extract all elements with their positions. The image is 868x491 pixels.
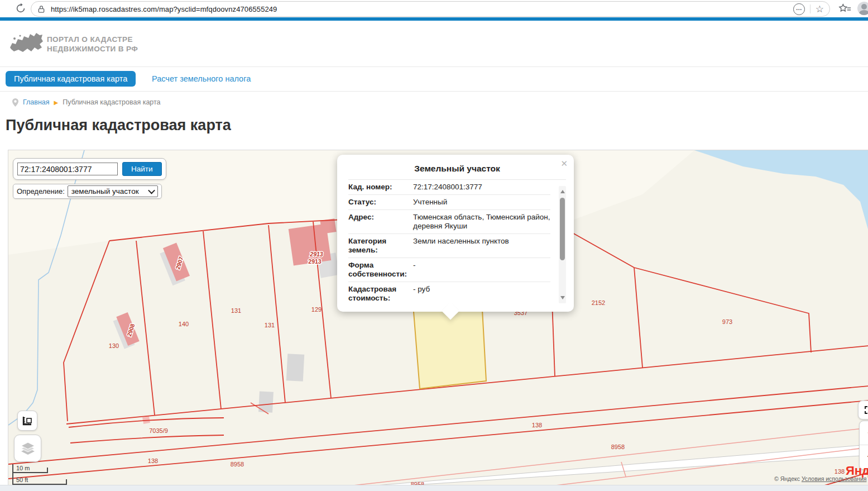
row-value: -: [413, 260, 550, 280]
tab-land-tax-calc[interactable]: Расчет земельного налога: [152, 71, 251, 87]
popup-row: Кадастровая стоимость: - руб: [348, 282, 550, 305]
divider: [810, 4, 811, 13]
popup-row: Форма собственности: -: [348, 258, 550, 282]
object-type-panel: Определение: земельный участок: [13, 184, 162, 199]
object-type-label: Определение:: [17, 187, 65, 196]
scroll-up-icon[interactable]: [560, 190, 565, 193]
profile-avatar[interactable]: [857, 2, 868, 15]
parcel-label: 140: [179, 321, 189, 327]
parcel-label: 129: [311, 306, 322, 313]
scale-feet-label: 50 ft: [16, 476, 28, 483]
chevron-down-icon: [148, 187, 155, 194]
site-title-line1: ПОРТАЛ О КАДАСТРЕ: [47, 35, 138, 44]
popup-scrollbar[interactable]: [559, 186, 566, 303]
building-gray-1: [286, 354, 304, 382]
favorites-list-icon[interactable]: [838, 3, 852, 15]
row-value: Учтенный: [413, 197, 550, 208]
terms-link[interactable]: Условия использования: [802, 475, 867, 482]
search-input[interactable]: [17, 163, 118, 175]
divider: [0, 91, 868, 92]
popup-row: Кад. номер: 72:17:2408001:3777: [348, 180, 550, 195]
row-value: Земли населенных пунктов: [413, 236, 550, 256]
parcel-label: 131: [265, 322, 275, 328]
page-footer-strip: [0, 485, 868, 491]
tab-public-cadastral-map[interactable]: Публичная кадастровая карта: [6, 71, 136, 87]
parcel-label: 8958: [231, 461, 244, 468]
popup-row: Адрес: Тюменская область, Тюменский райо…: [348, 210, 550, 234]
row-label: Адрес:: [348, 212, 413, 232]
parcel-label: 8958: [611, 444, 625, 450]
scale-meters-label: 10 m: [16, 465, 30, 471]
map-attribution: © Яндекс Условия использования: [774, 475, 866, 482]
row-label: Кад. номер:: [348, 182, 413, 193]
layers-button[interactable]: [14, 435, 41, 462]
divider: [0, 66, 868, 67]
find-button[interactable]: Найти: [122, 162, 162, 176]
parcel-label: 2152: [592, 299, 605, 306]
fullscreen-icon: [864, 406, 868, 414]
lock-icon[interactable]: [37, 5, 45, 13]
layers-icon: [20, 441, 36, 456]
object-type-select[interactable]: земельный участок: [68, 185, 158, 197]
breadcrumb: Главная ▶ Публичная кадастровая карта: [12, 98, 161, 107]
russia-map-logo: [8, 31, 44, 58]
zoom-in-button[interactable]: +: [860, 421, 868, 445]
map-search-panel: Найти: [13, 158, 166, 180]
accent-bar: [0, 17, 868, 21]
row-value: - руб: [413, 284, 550, 304]
parcel-label: 130: [109, 342, 119, 349]
breadcrumb-arrow-icon: ▶: [54, 99, 59, 106]
bookmark-star-icon[interactable]: ☆: [816, 4, 824, 14]
fullscreen-button[interactable]: [858, 401, 868, 420]
reload-icon[interactable]: [15, 2, 27, 15]
cadastral-map[interactable]: 130140131131129353721529737035/913889581…: [8, 150, 868, 485]
zoom-control: + −: [859, 421, 868, 470]
parcel-label: 2913: [308, 258, 322, 265]
url-text[interactable]: https://ik5map.roscadastres.com/map?yscl…: [51, 5, 277, 13]
scale-bar: 10 m 50 ft: [12, 464, 79, 485]
parcel-info-popup: ✕ Земельный участок Кад. номер: 72:17:24…: [337, 155, 574, 312]
ruler-icon: [22, 415, 33, 426]
scroll-down-icon[interactable]: [560, 296, 565, 299]
parcel-label: 138: [835, 468, 845, 475]
site-title-line2: НЕДВИЖИМОСТИ В РФ: [47, 44, 138, 54]
site-title: ПОРТАЛ О КАДАСТРЕ НЕДВИЖИМОСТИ В РФ: [47, 35, 138, 54]
parcel-label: 138: [532, 422, 542, 428]
row-label: Кадастровая стоимость:: [348, 284, 413, 304]
breadcrumb-home-link[interactable]: Главная: [23, 98, 50, 106]
close-icon[interactable]: ✕: [560, 159, 568, 168]
page: https://ik5map.roscadastres.com/map?yscl…: [0, 0, 868, 491]
browser-toolbar: https://ik5map.roscadastres.com/map?yscl…: [0, 0, 868, 18]
row-value: Тюменская область, Тюменский район, дере…: [413, 212, 550, 232]
object-type-value: земельный участок: [71, 187, 139, 196]
breadcrumb-current: Публичная кадастровая карта: [63, 98, 160, 106]
row-label: Статус:: [348, 197, 413, 208]
measure-button[interactable]: [17, 411, 37, 431]
location-pin-icon: [12, 98, 18, 107]
popup-title: Земельный участок: [348, 164, 566, 174]
parcel-label: 7035/9: [149, 427, 168, 434]
parcel-label: 2913: [309, 251, 323, 258]
row-label: Категория земель:: [348, 236, 413, 256]
popup-row: Статус: Учтенный: [348, 195, 550, 210]
scrollbar-thumb[interactable]: [560, 198, 565, 260]
more-options-icon[interactable]: …: [793, 3, 805, 15]
address-bar[interactable]: https://ik5map.roscadastres.com/map?yscl…: [31, 1, 830, 17]
parcel-label: 138: [148, 457, 158, 464]
popup-row: Категория земель: Земли населенных пункт…: [348, 234, 550, 258]
page-title: Публичная кадастровая карта: [6, 117, 231, 134]
row-label: Форма собственности:: [348, 260, 413, 280]
row-value: 72:17:2408001:3777: [413, 182, 550, 193]
parcel-label: 973: [722, 318, 732, 325]
popup-content: Кад. номер: 72:17:2408001:3777 Статус: У…: [348, 179, 566, 305]
parcel-label: 131: [231, 307, 241, 314]
copyright-text: © Яндекс: [774, 475, 800, 482]
